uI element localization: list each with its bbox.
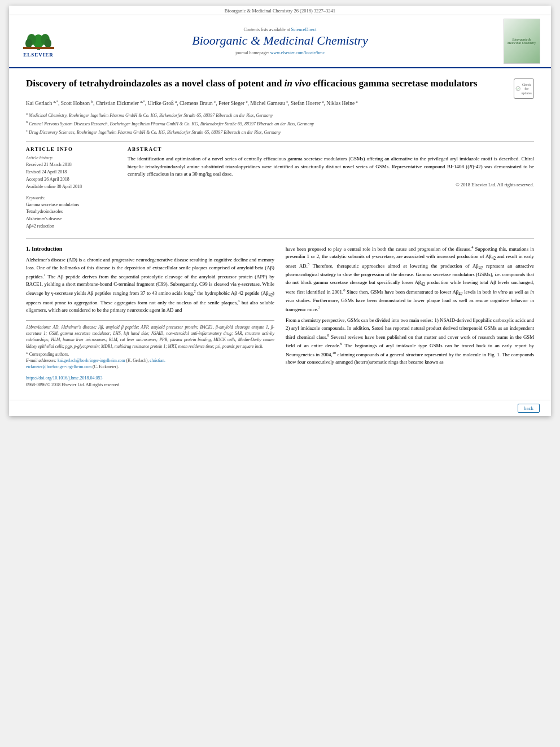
journal-citation: Bioorganic & Medicinal Chemistry 26 (201… [225,8,335,14]
affiliation-c: c Drug Discovery Sciences, Boehringer In… [26,128,534,136]
history-label: Article history: [26,155,116,160]
contents-text: Contents lists available at [244,27,291,32]
received-date: Received 21 March 2018 [26,161,116,169]
article-dates: Received 21 March 2018 Revised 24 April … [26,161,116,190]
svg-rect-6 [23,47,54,49]
article-info: Article Info Article history: Received 2… [26,146,116,230]
journal-cover-area: Bioorganic & Medicinal Chemistry [499,19,544,64]
title-row: Discovery of tetrahydroindazoles as a no… [26,77,534,99]
bottom-bar: back [9,400,551,416]
email-addresses: E-mail addresses: kai.gerlach@boehringer… [26,357,274,370]
article-content: Discovery of tetrahydroindazoles as a no… [9,68,551,400]
article-title: Discovery of tetrahydroindazoles as a no… [26,77,508,90]
journal-bar: Bioorganic & Medicinal Chemistry 26 (201… [9,6,551,15]
journal-cover-image: Bioorganic & Medicinal Chemistry [504,19,540,64]
body-col-right: have been proposed to play a central rol… [286,244,534,389]
abstract-title: Abstract [128,146,534,152]
body-columns: 1. Introduction Alzheimer's disease (AD)… [26,244,534,389]
keyword-4: Aβ42 reduction [26,223,116,230]
email-link-eickmeier-2[interactable]: eickmeier@boehringer-ingelheim.com [26,364,91,369]
issn-text: 0968-0896/© 2018 Elsevier Ltd. All right… [26,382,274,388]
intro-para-1: Alzheimer's disease (AD) is a chronic an… [26,256,274,314]
abbreviations-title: Abbreviations: AD, Alzheimer's disease; … [26,324,274,350]
check-for-updates-badge: Check for updates [514,78,534,99]
authors: Kai Gerlach a,*, Scott Hobson b, Christi… [26,99,534,107]
back-button[interactable]: back [518,404,540,413]
corresponding-note: * Corresponding authors. [26,351,274,357]
keyword-3: Alzheimer's disease [26,216,116,223]
elsevier-tree-icon [23,25,54,51]
introduction-heading: 1. Introduction [26,244,274,254]
email-link-gerlach[interactable]: kai.gerlach@boehringer-ingelheim.com [58,358,125,363]
sciencedirect-link[interactable]: Contents lists available at ScienceDirec… [244,27,317,32]
keyword-2: Tetrahydroindazoles [26,208,116,216]
article-info-title: Article Info [26,146,116,152]
abbreviations-text: AD, Alzheimer's disease; Aβ, amyloid β p… [26,325,274,349]
keywords-section: Keywords: Gamma secretase modulators Tet… [26,195,116,230]
elsevier-logo: ELSEVIER [16,19,61,64]
journal-homepage: journal homepage: www.elsevier.com/locat… [235,50,325,55]
affiliation-b: b Central Nervous System Diseases Resear… [26,119,534,128]
check-updates-icon [515,84,520,94]
homepage-label: journal homepage: [235,50,270,55]
elsevier-label: ELSEVIER [23,52,54,58]
homepage-link[interactable]: www.elsevier.com/locate/bmc [270,50,325,55]
abstract-section: Abstract The identification and optimiza… [128,146,534,230]
doi-link[interactable]: https://doi.org/10.1016/j.bmc.2018.04.05… [26,375,274,382]
keyword-1: Gamma secretase modulators [26,202,116,209]
cover-label: Bioorganic & Medicinal Chemistry [506,38,538,45]
sciencedirect-anchor[interactable]: ScienceDirect [291,27,317,32]
journal-title: Bioorganic & Medicinal Chemistry [192,33,368,48]
body-col-left: 1. Introduction Alzheimer's disease (AD)… [26,244,274,389]
keywords-label: Keywords: [26,195,116,200]
footnote-area: Abbreviations: AD, Alzheimer's disease; … [26,320,274,370]
info-abstract-section: Article Info Article history: Received 2… [26,141,534,230]
intro-para-3: From a chemistry perspective, GSMs can b… [286,317,534,366]
revised-date: Revised 24 April 2018 [26,169,116,176]
accepted-date: Accepted 26 April 2018 [26,176,116,184]
affiliation-a: a Medicinal Chemistry, Boehringer Ingelh… [26,111,534,119]
svg-point-5 [45,39,51,48]
journal-header-center: Contents lists available at ScienceDirec… [67,19,493,64]
affiliations: a Medicinal Chemistry, Boehringer Ingelh… [26,111,534,136]
intro-para-2: have been proposed to play a central rol… [286,244,534,314]
journal-header: ELSEVIER Contents lists available at Sci… [9,15,551,68]
doi-anchor[interactable]: https://doi.org/10.1016/j.bmc.2018.04.05… [26,375,102,381]
email-link-eickmeier[interactable]: christian. [150,358,165,363]
copyright-notice: © 2018 Elsevier Ltd. All rights reserved… [128,182,534,187]
doi-section: https://doi.org/10.1016/j.bmc.2018.04.05… [26,375,274,389]
online-date: Available online 30 April 2018 [26,184,116,191]
abstract-text: The identification and optimization of a… [128,155,534,178]
svg-point-7 [516,86,520,91]
article-page: Bioorganic & Medicinal Chemistry 26 (201… [9,6,551,416]
svg-point-4 [25,39,32,48]
section-divider [26,238,534,239]
check-badge-label: Check for updates [520,83,532,95]
